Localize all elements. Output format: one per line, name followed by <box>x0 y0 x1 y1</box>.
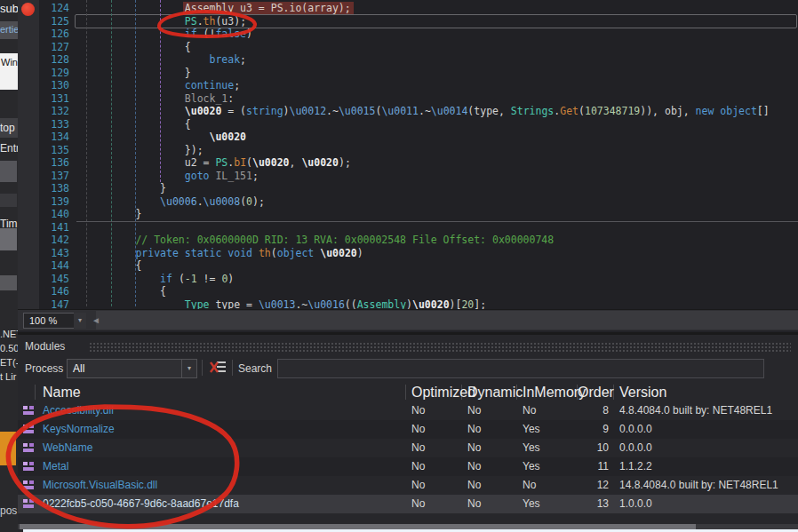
editor-bottom-bar: 100 % ▾ ◄ <box>18 309 798 330</box>
line-number: 125 <box>39 15 69 28</box>
module-row[interactable]: 0222fcb5-c050-4667-9d6c-8aad67e17dfaNoNo… <box>18 495 798 513</box>
line-number: 146 <box>39 285 69 298</box>
code-line-147[interactable]: Type type = \u0013.~\u0016((Assembly)\u0… <box>86 298 486 310</box>
table-header[interactable]: Name Optimized Dynamic InMemory Order Ve… <box>18 383 798 401</box>
code-line-138[interactable]: } <box>86 182 166 195</box>
code-line-135[interactable]: }); <box>86 144 203 157</box>
clear-filter-icon <box>208 359 227 377</box>
code-line-133[interactable]: { <box>86 118 191 131</box>
order-value: 10 <box>578 439 614 457</box>
code-line-128[interactable]: break; <box>86 53 246 67</box>
line-number: 124 <box>39 2 69 15</box>
code-line-134[interactable]: \u0020 <box>86 131 246 144</box>
code-editor[interactable]: 1241251261271281291301311321331341351361… <box>18 0 798 309</box>
line-number: 139 <box>39 195 69 209</box>
code-line-139[interactable]: \u0006.\u0008(0); <box>86 195 265 209</box>
background-text-fragment: pos <box>0 504 17 517</box>
chevron-down-icon: ▾ <box>181 360 196 377</box>
order-value: 9 <box>578 420 614 439</box>
background-window-strip: subertieWintopEntrTim.NET0.50ET(-)t Lirp… <box>0 0 18 532</box>
background-text-fragment: 0.50 <box>0 343 18 353</box>
background-text-fragment: t Lir <box>0 371 16 382</box>
background-text-fragment: Entr <box>0 142 18 155</box>
code-line-132[interactable]: \u0020 = (string)\u0012.~\u0015(\u0011.~… <box>86 105 770 118</box>
process-combobox[interactable]: All ▾ <box>67 359 197 378</box>
process-selected-value: All <box>73 360 84 377</box>
column-header-version[interactable]: Version <box>614 385 798 400</box>
line-number: 132 <box>39 105 69 118</box>
dnspy-window: subertieWintopEntrTim.NET0.50ET(-)t Lirp… <box>0 0 798 532</box>
inmemory-value: Yes <box>517 420 578 439</box>
module-row[interactable]: Microsoft.VisualBasic.dllNoNoNo1214.8.40… <box>18 476 798 495</box>
dynamic-value: No <box>462 476 517 495</box>
module-icon <box>23 499 34 509</box>
order-value: 12 <box>578 476 614 495</box>
line-number: 137 <box>39 170 69 183</box>
zoom-level-combobox[interactable]: 100 % <box>23 313 78 329</box>
line-number: 144 <box>39 259 69 273</box>
line-number: 131 <box>39 92 69 106</box>
chevron-down-icon[interactable]: ▾ <box>74 313 86 329</box>
optimized-value: No <box>406 401 462 420</box>
dynamic-value: No <box>462 420 517 439</box>
module-name: Microsoft.VisualBasic.dll <box>36 476 406 495</box>
column-header-inmemory[interactable]: InMemory <box>517 385 578 400</box>
line-number: 147 <box>39 298 69 310</box>
optimized-value: No <box>406 476 462 495</box>
module-name: KeysNormalize <box>36 420 406 439</box>
dynamic-value: No <box>462 439 517 457</box>
code-line-124[interactable]: Assembly u3 = PS.io(array); <box>86 2 351 15</box>
order-value: 13 <box>578 495 614 513</box>
modules-panel: Modules Process All ▾ Search <box>18 332 798 532</box>
column-header-order[interactable]: Order <box>578 385 614 400</box>
module-name: Accessibility.dll <box>36 401 406 420</box>
column-header-optimized[interactable]: Optimized <box>406 385 462 400</box>
background-fragment <box>0 432 16 465</box>
breakpoint-icon[interactable] <box>21 3 35 16</box>
code-line-143[interactable]: private static void th(object \u0020) <box>86 247 363 260</box>
module-icon <box>23 480 34 490</box>
code-line-142[interactable]: // Token: 0x0600000D RID: 13 RVA: 0x0000… <box>86 234 554 247</box>
version-value: 0.0.0.0 <box>614 420 798 439</box>
code-line-144[interactable]: { <box>86 259 141 273</box>
code-line-127[interactable]: { <box>86 41 191 54</box>
column-header-name[interactable]: Name <box>36 385 406 400</box>
version-value: 14.8.4084.0 built by: NET48REL1 <box>614 476 798 495</box>
version-value: 1.0.0.0 <box>614 495 798 513</box>
code-lines[interactable]: Assembly u3 = PS.io(array); PS.th(u3); i… <box>86 0 798 309</box>
code-line-130[interactable]: continue; <box>86 79 240 92</box>
toolbar-separator <box>202 360 203 376</box>
code-line-131[interactable]: Block_1: <box>86 92 234 106</box>
editor-hscrollbar[interactable] <box>96 311 798 330</box>
optimized-value: No <box>406 495 462 513</box>
line-number: 129 <box>39 67 69 80</box>
line-number: 135 <box>39 144 69 157</box>
code-line-129[interactable]: } <box>86 67 191 80</box>
optimized-value: No <box>406 457 462 476</box>
scroll-left-arrow-icon[interactable]: ◄ <box>92 314 100 327</box>
code-line-146[interactable]: { <box>86 285 166 298</box>
module-row[interactable]: WebNameNoNoYes100.0.0.0 <box>18 439 798 457</box>
background-fragment <box>0 228 17 250</box>
optimized-value: No <box>406 420 462 439</box>
code-line-137[interactable]: goto IL_151; <box>86 170 259 183</box>
line-number: 143 <box>39 247 69 260</box>
module-row[interactable]: MetalNoNoYes111.1.2.2 <box>18 457 798 476</box>
background-fragment <box>0 275 17 290</box>
module-name: Metal <box>36 457 406 476</box>
module-row[interactable]: Accessibility.dllNoNoNo84.8.4084.0 built… <box>18 401 798 420</box>
background-text-fragment: top <box>0 122 15 134</box>
code-line-125[interactable]: PS.th(u3); <box>86 15 246 28</box>
breakpoint-gutter[interactable] <box>18 0 39 309</box>
code-line-145[interactable]: if (-1 != 0) <box>86 273 234 286</box>
clear-filter-button[interactable] <box>208 359 227 377</box>
search-input[interactable] <box>277 359 764 378</box>
column-header-dynamic[interactable]: Dynamic <box>462 385 517 400</box>
code-line-140[interactable]: } <box>86 208 141 221</box>
module-row[interactable]: KeysNormalizeNoNoYes90.0.0.0 <box>18 420 798 439</box>
code-line-126[interactable]: if (!false) <box>86 28 252 41</box>
code-line-136[interactable]: u2 = PS.bI(\u0020, \u0020); <box>86 156 351 170</box>
module-icon <box>23 462 34 472</box>
line-number-column: 1241251261271281291301311321331341351361… <box>39 0 69 309</box>
icon-column-header[interactable] <box>18 385 36 400</box>
